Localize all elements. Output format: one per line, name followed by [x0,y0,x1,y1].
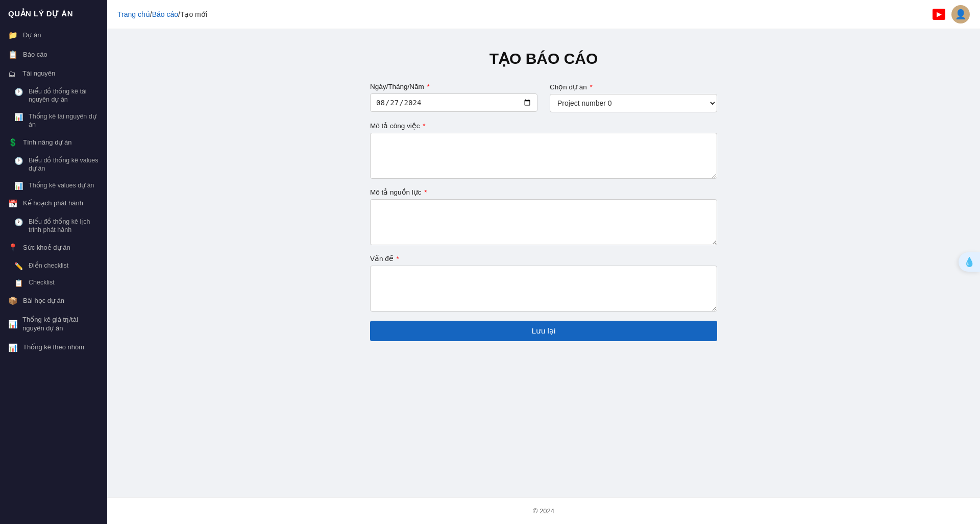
feature-icon: 💲 [8,138,18,147]
edit-icon: ✏️ [14,262,23,270]
group-stats-icon: 📊 [8,343,18,352]
sidebar-item-tai-nguyen[interactable]: 🗂 Tài nguyên [0,64,107,83]
sidebar-item-bao-cao[interactable]: 📋 Báo cáo [0,45,107,64]
project-required: * [588,83,593,91]
resource-required: * [423,188,427,196]
sidebar-item-bieu-do-lich-trinh[interactable]: 🕐 Biểu đồ thống kê lịch trình phát hành [0,213,107,239]
footer: © 2024 [107,497,980,524]
date-input[interactable] [370,93,537,112]
sidebar-label: Báo cáo [23,51,47,59]
avatar[interactable]: 👤 [951,5,970,23]
bar-chart-icon: 📊 [14,113,23,121]
sidebar-item-bieu-do-tn[interactable]: 🕐 Biểu đồ thống kê tài nguyên dự án [0,83,107,108]
floating-chat-button[interactable]: 💧 [959,252,980,272]
sidebar: QUẢN LÝ DỰ ÁN 📁 Dự án 📋 Báo cáo 🗂 Tài ng… [0,0,107,524]
chart-clock2-icon: 🕐 [14,157,23,165]
sidebar-label: Dự án [23,31,41,40]
bar-chart2-icon: 📊 [14,182,23,190]
sidebar-item-thong-ke-tn[interactable]: 📊 Thống kê tài nguyên dự án [0,108,107,133]
footer-text: © 2024 [533,507,554,515]
checklist-icon: 📋 [14,279,23,287]
sidebar-label: Checklist [29,278,55,287]
sidebar-item-thong-ke-gia-tri[interactable]: 📊 Thống kê giá trị/tài nguyên dự án [0,311,107,338]
sidebar-item-du-an[interactable]: 📁 Dự án [0,26,107,45]
issue-textarea[interactable] [370,266,717,312]
health-icon: 📍 [8,243,18,252]
sidebar-item-checklist[interactable]: 📋 Checklist [0,274,107,291]
sidebar-label: Sức khoẻ dự án [23,244,70,252]
main-content: Trang chủ/Báo cáo/Tạo mới ▶ 👤 TẠO BÁO CÁ… [107,0,980,524]
sidebar-label: Bài học dự án [23,297,64,305]
task-required: * [421,122,426,130]
calendar-icon: 📅 [8,199,18,208]
form-group-issue: Vấn đề * [370,254,717,312]
topbar-right: ▶ 👤 [933,5,970,23]
chart-clock3-icon: 🕐 [14,218,23,226]
resource-icon: 🗂 [8,69,17,78]
sidebar-label: Kế hoạch phát hành [23,199,83,208]
sidebar-label: Biểu đồ thống kê lịch trình phát hành [29,218,99,234]
sidebar-title: QUẢN LÝ DỰ ÁN [0,0,107,26]
sidebar-item-tinh-nang[interactable]: 💲 Tính năng dự án [0,133,107,152]
breadcrumb-current: Tạo mới [180,10,207,18]
sidebar-item-ke-hoach[interactable]: 📅 Kế hoạch phát hành [0,194,107,213]
form-group-resource: Mô tả nguồn lực * [370,188,717,245]
form-card: Ngày/Tháng/Năm * Chọn dự án * Project nu… [370,83,717,341]
form-group-task: Mô tả công việc * [370,122,717,179]
sidebar-label: Thống kê theo nhóm [23,343,84,352]
project-label: Chọn dự án * [550,83,717,91]
sidebar-item-bieu-do-values[interactable]: 🕐 Biểu đồ thống kê values dự án [0,152,107,177]
save-button[interactable]: Lưu lại [370,321,717,341]
sidebar-label: Tính năng dự án [23,138,71,147]
project-select[interactable]: Project number 0 [550,94,717,112]
youtube-icon[interactable]: ▶ [933,9,945,20]
form-row-date-project: Ngày/Tháng/Năm * Chọn dự án * Project nu… [370,83,717,112]
resource-label: Mô tả nguồn lực * [370,188,717,196]
page-title: TẠO BÁO CÁO [489,50,598,67]
sidebar-item-dien-checklist[interactable]: ✏️ Điền checklist [0,257,107,274]
sidebar-label: Tài nguyên [22,69,55,78]
sidebar-label: Thống kê giá trị/tài nguyên dự án [22,316,99,333]
sidebar-label: Biểu đồ thống kê values dự án [29,156,99,173]
folder-icon: 📁 [8,31,18,40]
report-icon: 📋 [8,50,18,59]
form-container: TẠO BÁO CÁO Ngày/Tháng/Năm * Chọn dự án … [107,29,980,497]
sidebar-item-suc-khoe[interactable]: 📍 Sức khoẻ dự án [0,238,107,257]
chart-clock-icon: 🕐 [14,88,23,96]
sidebar-label: Thống kê tài nguyên dự án [29,112,99,129]
sidebar-label: Thống kê values dự án [29,181,94,189]
breadcrumb-report[interactable]: Báo cáo [152,10,178,18]
sidebar-item-thong-ke-values[interactable]: 📊 Thống kê values dự án [0,177,107,194]
breadcrumb-home[interactable]: Trang chủ [117,10,150,18]
issue-required: * [395,255,399,263]
task-label: Mô tả công việc * [370,122,717,130]
sidebar-item-bai-hoc[interactable]: 📦 Bài học dự án [0,291,107,311]
issue-label: Vấn đề * [370,254,717,263]
breadcrumb: Trang chủ/Báo cáo/Tạo mới [117,10,207,18]
sidebar-item-thong-ke-nhom[interactable]: 📊 Thống kê theo nhóm [0,338,107,358]
stats-icon: 📊 [8,320,17,329]
sidebar-label: Biểu đồ thống kê tài nguyên dự án [29,87,99,104]
lesson-icon: 📦 [8,296,18,305]
date-label: Ngày/Tháng/Năm * [370,83,537,90]
form-group-date: Ngày/Tháng/Năm * [370,83,537,112]
date-required: * [425,83,430,90]
resource-textarea[interactable] [370,199,717,245]
task-textarea[interactable] [370,133,717,179]
sidebar-label: Điền checklist [29,261,68,270]
form-group-project: Chọn dự án * Project number 0 [550,83,717,112]
topbar: Trang chủ/Báo cáo/Tạo mới ▶ 👤 [107,0,980,29]
